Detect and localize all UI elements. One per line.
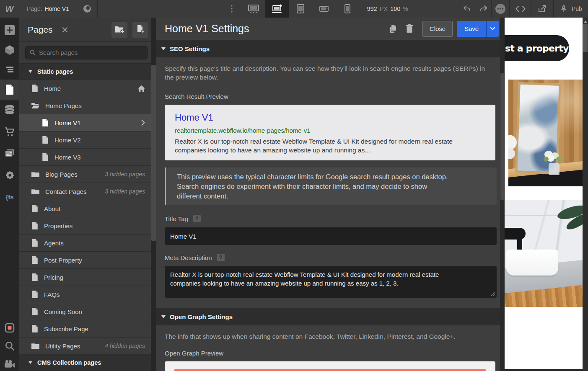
page-tree-row[interactable]: Blog Pages3 hidden pages [19, 166, 151, 183]
page-tree-row[interactable]: About [19, 200, 151, 217]
page-label: Home Pages [45, 102, 82, 109]
search-icon [5, 341, 15, 351]
page-icon [5, 85, 14, 95]
resize-handle[interactable] [491, 292, 495, 296]
page-tree-row[interactable]: Home V2 [19, 131, 151, 149]
search-result-preview-card: Home V1 realtortemplate.webflow.io/home-… [165, 105, 495, 160]
redo-icon[interactable] [479, 5, 488, 12]
cms-button[interactable] [0, 100, 19, 120]
undo-icon[interactable] [463, 5, 471, 12]
breakpoint-phone-landscape[interactable] [312, 0, 336, 18]
breakpoint-desktop-large[interactable] [242, 0, 265, 18]
pages-scrollbar-thumb[interactable] [151, 65, 156, 241]
laptop-star-icon [271, 4, 283, 13]
search-pages-field[interactable] [25, 46, 148, 59]
more-options-button[interactable] [491, 0, 509, 18]
history-buttons [459, 0, 491, 18]
page-tree-row[interactable]: Home [19, 80, 151, 97]
title-tag-help-icon[interactable]: ? [193, 215, 201, 222]
canvas-dimensions: 992PX100% [359, 0, 416, 18]
video-tutorials-button[interactable] [0, 354, 19, 371]
add-folder-button[interactable] [111, 22, 127, 38]
canvas-scrollbar-thumb[interactable] [583, 24, 588, 52]
page-tree-row[interactable]: FAQs [19, 286, 151, 303]
page-tree-row[interactable]: Subscribe Page [19, 320, 151, 338]
breakpoint-tablet[interactable] [289, 0, 312, 18]
page-tree-row[interactable]: Utility Pages4 hidden pages [19, 338, 151, 355]
page-label: Subscribe Page [44, 325, 88, 332]
page-tree-row[interactable]: Coming Soon [19, 303, 151, 320]
meta-description-label: Meta Description [165, 254, 212, 261]
navigator-button[interactable] [0, 59, 19, 80]
search-pages-input[interactable] [39, 49, 143, 56]
page-tree-row[interactable]: Home Pages [19, 97, 151, 114]
save-options-button[interactable] [486, 21, 499, 37]
ecommerce-button[interactable] [0, 122, 19, 142]
folder-icon [31, 343, 39, 349]
pages-button[interactable] [0, 80, 19, 100]
save-button[interactable]: Save [457, 21, 499, 37]
page-tree-row[interactable]: Contact Pages3 hidden pages [19, 183, 151, 200]
webflow-logo[interactable]: W [0, 0, 19, 18]
breakpoint-phone-portrait[interactable] [336, 0, 359, 18]
page-tree-row[interactable]: Home V1 [19, 114, 151, 131]
open-graph-section-header[interactable]: Open Graph Settings [156, 308, 500, 325]
seo-settings-section-header[interactable]: SEO Settings [156, 40, 500, 57]
export-code-button[interactable] [509, 0, 531, 18]
close-settings-button[interactable]: Close [422, 21, 453, 37]
page-icon [31, 239, 38, 247]
share-button[interactable] [531, 0, 553, 18]
assets-button[interactable] [0, 143, 19, 163]
fs-icon: {fs [5, 193, 13, 201]
chevron-right-icon [141, 120, 145, 126]
pages-section-header[interactable]: Static pages [19, 64, 151, 80]
pages-scrollbar[interactable] [151, 18, 156, 371]
canvas-scrollbar[interactable] [583, 18, 588, 371]
vertical-dots-icon [231, 5, 233, 13]
open-graph-preview-image [174, 369, 486, 371]
pages-tree: Static pagesHomeHome PagesHome V1Home V2… [19, 64, 151, 371]
search-button[interactable] [0, 336, 19, 356]
add-elements-button[interactable] [0, 20, 19, 40]
breakpoint-menu-button[interactable] [222, 0, 242, 18]
settings-button[interactable] [0, 165, 19, 185]
toolbar-spacer [98, 0, 222, 18]
page-icon [31, 205, 38, 212]
breakpoint-width: 992 [367, 5, 377, 12]
duplicate-page-button[interactable] [389, 24, 397, 33]
page-tree-row[interactable]: Pricing [19, 269, 151, 286]
settings-scrollbar-thumb[interactable] [500, 73, 504, 200]
publish-button[interactable]: Pub [553, 0, 588, 18]
title-tag-input[interactable] [165, 227, 497, 245]
page-label: Utility Pages [45, 343, 80, 350]
page-indicator[interactable]: Page: Home V1 [19, 0, 77, 18]
delete-page-button[interactable] [406, 24, 413, 33]
gear-icon [5, 170, 15, 180]
meta-description-textarea[interactable]: Realtor X is our top-notch real estate W… [165, 266, 497, 298]
close-pages-panel-button[interactable] [62, 27, 68, 33]
title-tag-label: Title Tag [165, 215, 188, 222]
cube-icon [5, 45, 15, 55]
zoom-unit: % [403, 5, 408, 12]
scroll-up-arrow[interactable] [584, 21, 587, 23]
meta-description-help-icon[interactable]: ? [217, 254, 225, 261]
components-button[interactable] [0, 40, 19, 60]
preview-button[interactable] [77, 0, 98, 18]
pages-section-header[interactable]: CMS Collection pages [19, 355, 151, 371]
page-tree-row[interactable]: Properties [19, 217, 151, 234]
canvas-property-button[interactable]: st a property [505, 35, 569, 61]
breakpoint-desktop-base[interactable] [265, 0, 289, 18]
zoom-value[interactable]: 100 [390, 5, 400, 12]
settings-scrollbar[interactable] [500, 18, 505, 371]
add-page-button[interactable] [132, 22, 148, 38]
publish-label: Pub [572, 5, 582, 12]
record-button[interactable] [0, 318, 19, 338]
apps-button[interactable]: {fs [0, 187, 19, 207]
serp-description: Realtor X is our top-notch real estate W… [175, 137, 485, 155]
page-tree-row[interactable]: Post Property [19, 252, 151, 269]
page-plus-icon [136, 25, 145, 34]
left-toolbar: {fs [0, 18, 19, 371]
page-tree-row[interactable]: Home V3 [19, 149, 151, 166]
save-button-label: Save [457, 21, 486, 37]
page-tree-row[interactable]: Agents [19, 234, 151, 252]
